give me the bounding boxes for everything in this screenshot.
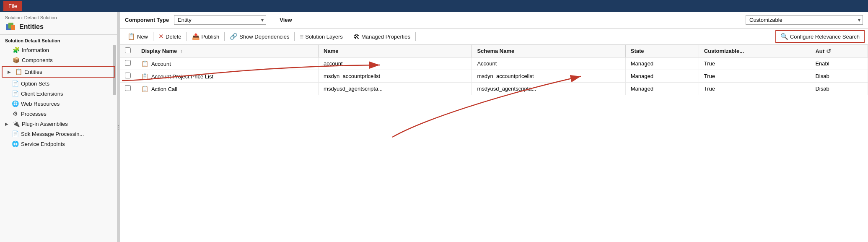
svg-rect-2 (11, 25, 15, 30)
row-2-schema-name: msdyn_accountpricelist (472, 70, 625, 83)
sidebar-item-sdk-message[interactable]: 📄 Sdk Message Processin... (0, 129, 117, 139)
component-type-select[interactable]: Entity (174, 15, 266, 25)
publish-icon: 📤 (192, 33, 200, 40)
sidebar-item-label-service-endpoints: Service Endpoints (21, 141, 65, 147)
row-1-icon: 📋 (141, 60, 148, 67)
sidebar-item-option-sets[interactable]: 📄 Option Sets (0, 78, 117, 88)
col-schema-name-label: Schema Name (477, 48, 514, 54)
row-1-state: Managed (625, 57, 699, 70)
row-1-customizable: True (699, 57, 810, 70)
row-3-checkbox[interactable] (125, 85, 131, 91)
separator-3 (224, 32, 225, 41)
row-2-customizable: True (699, 70, 810, 83)
view-label: View (280, 17, 292, 23)
sidebar-item-label-components: Components (22, 57, 53, 63)
sidebar-title: Entities (19, 23, 44, 31)
col-display-name[interactable]: Display Name ↑ (136, 45, 319, 57)
col-name[interactable]: Name (319, 45, 472, 57)
managed-properties-icon: 🛠 (353, 33, 360, 40)
row-3-auto: Disab (810, 83, 868, 95)
sidebar-item-label-client-extensions: Client Extensions (21, 91, 63, 97)
sidebar-item-service-endpoints[interactable]: 🌐 Service Endpoints (0, 139, 117, 149)
publish-label: Publish (202, 34, 220, 40)
col-auto[interactable]: Aut ↺ (810, 45, 868, 57)
row-1-auto: Enabl (810, 57, 868, 70)
file-button[interactable]: File (3, 1, 22, 11)
new-icon: 📋 (127, 33, 135, 40)
sidebar-item-information[interactable]: 🧩 Information (0, 45, 117, 55)
view-select-wrapper[interactable]: Customizable (746, 15, 863, 25)
filter-bar: Component Type Entity View Customizable (120, 12, 868, 29)
sidebar-item-web-resources[interactable]: 🌐 Web Resources (0, 99, 117, 109)
row-2-state: Managed (625, 70, 699, 83)
table-row[interactable]: 📋 Account Project Price List msdyn_accou… (120, 70, 868, 83)
sidebar-section-label: Solution Default Solution (0, 35, 117, 45)
col-customizable-label: Customizable... (704, 48, 744, 54)
publish-button[interactable]: 📤 Publish (188, 31, 224, 42)
row-1-schema-name: Account (472, 57, 625, 70)
client-extensions-icon: 📄 (12, 90, 18, 97)
col-checkbox[interactable] (120, 45, 136, 57)
table-row[interactable]: 📋 Account account Account Managed True E… (120, 57, 868, 70)
row-1-display-name[interactable]: 📋 Account (136, 57, 319, 70)
delete-button[interactable]: ✕ Delete (154, 31, 186, 42)
separator-6 (415, 32, 416, 41)
sidebar-item-label-web-resources: Web Resources (21, 101, 60, 107)
refresh-icon[interactable]: ↺ (826, 48, 831, 55)
select-all-checkbox[interactable] (125, 47, 131, 53)
row-2-checkbox[interactable] (125, 73, 131, 78)
row-checkbox-cell[interactable] (120, 57, 136, 70)
configure-relevance-button[interactable]: 🔍 Configure Relevance Search (775, 30, 865, 43)
sidebar-item-plugin-assemblies[interactable]: ▶ 🔌 Plug-in Assemblies (0, 119, 117, 129)
solution-layers-button[interactable]: ≡ Solution Layers (295, 31, 347, 42)
sidebar-item-client-extensions[interactable]: 📄 Client Extensions (0, 88, 117, 99)
col-schema-name[interactable]: Schema Name (472, 45, 625, 57)
new-label: New (137, 34, 148, 40)
table-container: Display Name ↑ Name Schema Name State (120, 45, 868, 242)
row-3-state: Managed (625, 83, 699, 95)
col-auto-label: Aut (815, 48, 824, 55)
separator-4 (294, 32, 295, 41)
row-2-icon: 📋 (141, 73, 148, 80)
sort-arrow-display-name: ↑ (180, 49, 182, 54)
col-state[interactable]: State (625, 45, 699, 57)
row-2-checkbox-cell[interactable] (120, 70, 136, 83)
row-2-auto: Disab (810, 70, 868, 83)
toolbar: 📋 New ✕ Delete 📤 Publish 🔗 Show Dependen… (120, 29, 868, 45)
solution-icon (5, 21, 17, 33)
sidebar-item-processes[interactable]: ⚙ Processes (0, 109, 117, 119)
sidebar-item-label-processes: Processes (21, 111, 47, 117)
delete-label: Delete (166, 34, 181, 40)
managed-properties-button[interactable]: 🛠 Managed Properties (349, 31, 415, 42)
expand-arrow-entities: ▶ (8, 70, 13, 74)
show-dependencies-button[interactable]: 🔗 Show Dependencies (225, 31, 293, 42)
table-row[interactable]: 📋 Action Call msdyusd_agentscripta... ms… (120, 83, 868, 95)
configure-relevance-label: Configure Relevance Search (790, 34, 860, 40)
processes-icon: ⚙ (12, 110, 18, 117)
components-icon: 📦 (13, 57, 19, 63)
option-sets-icon: 📄 (12, 80, 18, 87)
sidebar-item-components[interactable]: 📦 Components (0, 55, 117, 65)
delete-icon: ✕ (158, 33, 164, 40)
new-button[interactable]: 📋 New (123, 31, 152, 42)
row-3-display-name[interactable]: 📋 Action Call (136, 83, 319, 95)
plugin-icon: 🔌 (13, 120, 19, 127)
solution-layers-icon: ≡ (300, 33, 303, 40)
row-3-customizable: True (699, 83, 810, 95)
row-3-display-name-text: Action Call (151, 86, 177, 92)
row-3-icon: 📋 (141, 86, 148, 92)
row-1-name: account (319, 57, 472, 70)
row-2-display-name-text: Account Project Price List (151, 73, 213, 80)
row-2-display-name[interactable]: 📋 Account Project Price List (136, 70, 319, 83)
row-1-checkbox[interactable] (125, 60, 131, 66)
sidebar-item-label-entities: Entities (24, 69, 42, 75)
row-3-name: msdyusd_agentscripta... (319, 83, 472, 95)
component-type-select-wrapper[interactable]: Entity (174, 15, 266, 25)
view-select[interactable]: Customizable (746, 15, 863, 25)
row-3-checkbox-cell[interactable] (120, 83, 136, 95)
row-3-schema-name: msdyusd_agentscripta... (472, 83, 625, 95)
col-customizable[interactable]: Customizable... (699, 45, 810, 57)
table-scroll[interactable]: Display Name ↑ Name Schema Name State (120, 45, 868, 224)
entities-table: Display Name ↑ Name Schema Name State (120, 45, 868, 95)
sidebar-item-entities[interactable]: ▶ 📋 Entities (2, 66, 115, 78)
